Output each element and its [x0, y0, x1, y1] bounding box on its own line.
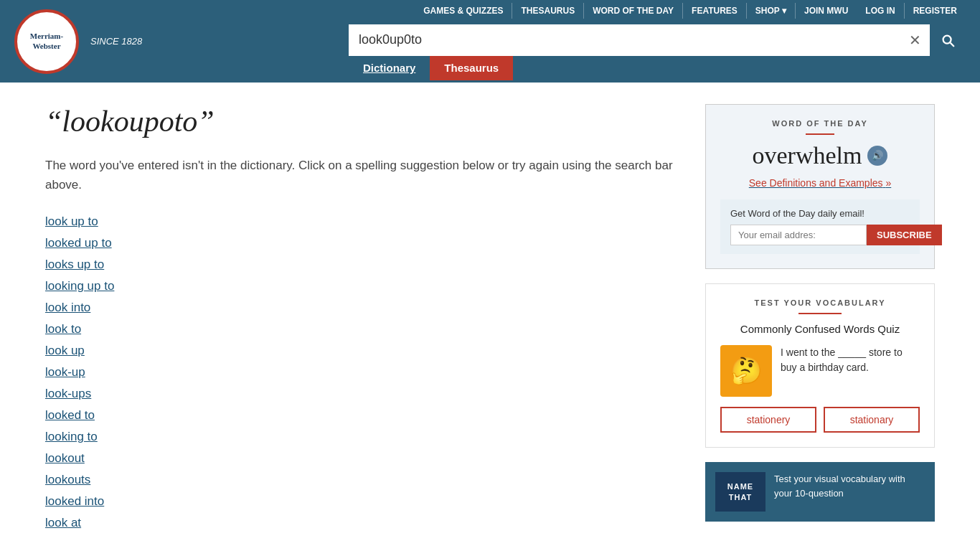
header-right: GAMES & QUIZZES THESAURUS WORD OF THE DA…	[142, 3, 966, 80]
tab-dictionary[interactable]: Dictionary	[349, 56, 430, 80]
email-input[interactable]	[730, 225, 867, 245]
suggestion-link[interactable]: lookout	[45, 451, 85, 465]
vocab-card: TEST YOUR VOCABULARY Commonly Confused W…	[705, 283, 935, 448]
ntt-image: NAME THAT	[715, 472, 765, 512]
nav-features[interactable]: FEATURES	[683, 3, 747, 19]
nav-shop[interactable]: SHOP ▾	[747, 3, 796, 19]
list-item: look to	[45, 322, 684, 336]
search-submit-button[interactable]	[930, 24, 966, 56]
vocab-image: 🤔	[720, 345, 772, 397]
wotd-label: WORD OF THE DAY	[720, 119, 920, 128]
list-item: lookout	[45, 451, 684, 466]
content-area: “lookoupoto” The word you've entered isn…	[31, 83, 949, 551]
sidebar: WORD OF THE DAY overwhelm 🔊 See Definiti…	[705, 104, 935, 534]
audio-icon[interactable]: 🔊	[867, 146, 887, 166]
vocab-quiz-title: Commonly Confused Words Quiz	[720, 323, 920, 335]
wotd-word-text: overwhelm	[753, 142, 862, 169]
list-item: look up to	[45, 215, 684, 229]
suggestion-link[interactable]: look at	[45, 516, 81, 529]
suggestion-link[interactable]: looked into	[45, 494, 104, 508]
search-bar: ✕	[349, 24, 966, 56]
wotd-link-arrow: »	[885, 177, 891, 189]
suggestion-link[interactable]: looked to	[45, 408, 95, 422]
suggestion-link[interactable]: looking to	[45, 430, 98, 443]
page-title: “lookoupoto”	[45, 104, 684, 138]
nav-join[interactable]: JOIN MWU	[796, 3, 857, 19]
vocab-options: stationery stationary	[720, 407, 920, 433]
wotd-link-text: See Definitions and Examples	[749, 177, 883, 189]
vocab-content: 🤔 I went to the _____ store to buy a bir…	[720, 345, 920, 397]
list-item: look up	[45, 344, 684, 358]
search-tabs: Dictionary Thesaurus	[349, 56, 966, 80]
search-section: ✕ Dictionary Thesaurus	[349, 24, 966, 80]
main-nav: GAMES & QUIZZES THESAURUS WORD OF THE DA…	[415, 3, 857, 19]
suggestion-link[interactable]: look up	[45, 344, 85, 357]
list-item: look at	[45, 516, 684, 530]
list-item: look-ups	[45, 387, 684, 401]
login-link[interactable]: LOG IN	[857, 3, 904, 19]
wotd-definitions-link[interactable]: See Definitions and Examples »	[749, 177, 891, 189]
suggestion-link[interactable]: look to	[45, 322, 81, 336]
list-item: look-up	[45, 365, 684, 380]
search-input[interactable]	[349, 24, 900, 56]
wotd-card: WORD OF THE DAY overwhelm 🔊 See Definiti…	[705, 104, 935, 269]
vocab-option-stationery[interactable]: stationery	[720, 407, 816, 433]
wotd-divider	[806, 133, 834, 135]
logo-area: Merriam- Webster SINCE 1828	[14, 9, 142, 74]
suggestions-list: look up to looked up to looks up to look…	[45, 215, 684, 530]
ntt-card[interactable]: NAME THAT Test your visual vocabulary wi…	[705, 462, 935, 522]
list-item: looked into	[45, 494, 684, 509]
list-item: looked up to	[45, 236, 684, 250]
logo-text: Merriam- Webster	[17, 32, 76, 50]
suggestion-link[interactable]: looks up to	[45, 258, 104, 271]
suggestion-link[interactable]: look into	[45, 301, 90, 314]
ntt-text: Test your visual vocabulary with your 10…	[774, 472, 925, 500]
search-clear-button[interactable]: ✕	[900, 32, 930, 49]
list-item: looks up to	[45, 258, 684, 272]
email-label: Get Word of the Day daily email!	[730, 208, 910, 219]
list-item: looked to	[45, 408, 684, 423]
wotd-word: overwhelm 🔊	[720, 142, 920, 169]
auth-links: LOG IN REGISTER	[857, 3, 966, 19]
main-content: “lookoupoto” The word you've entered isn…	[45, 104, 684, 534]
suggestion-link[interactable]: looked up to	[45, 236, 112, 250]
suggestion-link[interactable]: look-up	[45, 365, 85, 379]
page-body: “lookoupoto” The word you've entered isn…	[0, 83, 980, 551]
list-item: looking up to	[45, 279, 684, 293]
nav-thesaurus[interactable]: THESAURUS	[512, 3, 584, 19]
suggestion-link[interactable]: look-ups	[45, 387, 91, 400]
list-item: looking to	[45, 430, 684, 444]
nav-wotd[interactable]: WORD OF THE DAY	[584, 3, 683, 19]
register-link[interactable]: REGISTER	[905, 3, 966, 19]
nav-games[interactable]: GAMES & QUIZZES	[415, 3, 512, 19]
suggestion-link[interactable]: lookouts	[45, 473, 90, 486]
not-found-message: The word you've entered isn't in the dic…	[45, 156, 684, 194]
vocab-question: I went to the _____ store to buy a birth…	[781, 345, 920, 397]
suggestion-link[interactable]: look up to	[45, 215, 98, 228]
vocab-label: TEST YOUR VOCABULARY	[720, 298, 920, 307]
suggestion-link[interactable]: looking up to	[45, 279, 114, 293]
logo[interactable]: Merriam- Webster	[14, 9, 79, 74]
subscribe-button[interactable]: SUBSCRIBE	[867, 225, 942, 245]
header: Merriam- Webster SINCE 1828 GAMES & QUIZ…	[0, 0, 980, 83]
tab-thesaurus[interactable]: Thesaurus	[430, 56, 513, 80]
vocab-option-stationary[interactable]: stationary	[824, 407, 920, 433]
list-item: lookouts	[45, 473, 684, 487]
email-section: Get Word of the Day daily email! SUBSCRI…	[720, 199, 920, 254]
search-icon	[940, 32, 956, 48]
since-label: SINCE 1828	[90, 36, 142, 47]
vocab-divider	[798, 313, 842, 314]
email-row: SUBSCRIBE	[730, 225, 910, 245]
list-item: look into	[45, 301, 684, 315]
